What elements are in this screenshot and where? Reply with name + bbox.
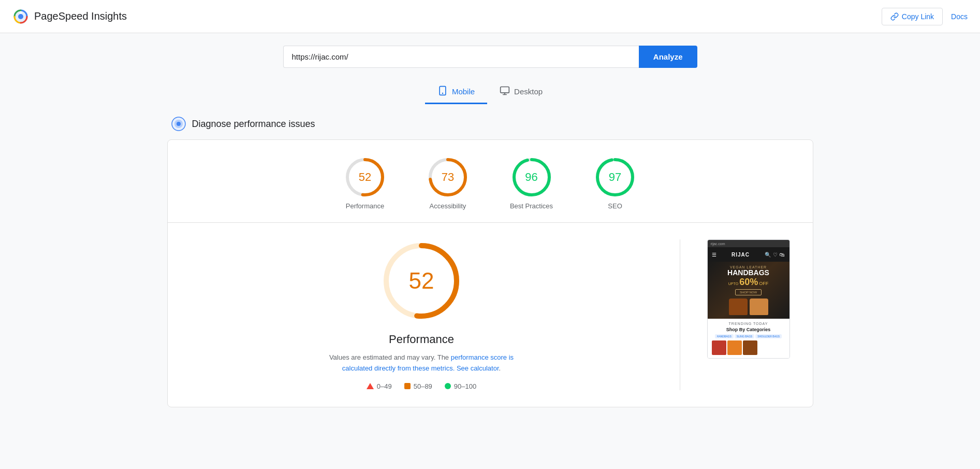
- legend-red-range: 0–49: [377, 382, 392, 390]
- desktop-icon: [500, 86, 510, 97]
- calculator-link[interactable]: See calculator: [457, 364, 499, 372]
- cart-icon: 🛍: [780, 252, 785, 258]
- screenshot-frame: rijac.com ☰ RIJAC 🔍 ♡ 🛍 VEGAN LEATHER: [707, 239, 790, 359]
- big-score-value: 52: [409, 268, 434, 293]
- results-card: 52 Performance 73 Accessibility: [167, 139, 813, 407]
- app-title: PageSpeed Insights: [34, 10, 127, 22]
- pagespeed-logo-icon: [12, 8, 29, 25]
- diagnose-icon: [171, 117, 186, 131]
- cat-handbags: HANDBAGS: [715, 334, 734, 338]
- hero-title: HANDBAGS: [727, 269, 769, 277]
- best-practices-value: 96: [525, 170, 537, 184]
- url-section: Analyze: [167, 46, 813, 68]
- product-2: [727, 340, 742, 355]
- bag-1: [729, 299, 748, 315]
- screenshot-header: ☰ RIJAC 🔍 ♡ 🛍: [708, 247, 789, 262]
- bag-2: [750, 299, 768, 315]
- header: PageSpeed Insights Copy Link Docs: [0, 0, 980, 33]
- copy-link-button[interactable]: Copy Link: [882, 8, 943, 25]
- link-icon: [890, 12, 899, 21]
- big-performance-circle: 52: [380, 239, 463, 322]
- screenshot-logo: RIJAC: [732, 252, 750, 258]
- tabs-section: Mobile Desktop: [167, 80, 813, 104]
- performance-value: 52: [359, 170, 371, 184]
- tab-desktop-label: Desktop: [514, 87, 543, 96]
- detail-left: 52 Performance Values are estimated and …: [180, 239, 663, 390]
- header-actions: Copy Link Docs: [882, 8, 968, 25]
- docs-link[interactable]: Docs: [951, 12, 968, 21]
- performance-label: Performance: [346, 202, 384, 210]
- tab-desktop[interactable]: Desktop: [487, 80, 555, 104]
- green-circle-icon: [445, 383, 451, 389]
- analyze-button[interactable]: Analyze: [639, 46, 697, 68]
- url-input[interactable]: [283, 46, 639, 68]
- screenshot-header-icons: 🔍 ♡ 🛍: [765, 252, 785, 258]
- vertical-divider: [680, 239, 680, 390]
- cat-shoulder-bags: SHOULDER BAGS: [755, 334, 782, 338]
- performance-circle: 52: [344, 157, 386, 198]
- categories-row: HANDBAGS SLING BAGS SHOULDER BAGS: [712, 334, 785, 338]
- detail-section-title: Performance: [389, 333, 454, 346]
- red-triangle-icon: [367, 383, 374, 389]
- hero-off: OFF: [759, 281, 768, 286]
- big-circle-inner: 52: [409, 268, 434, 294]
- scores-row: 52 Performance 73 Accessibility: [180, 157, 800, 210]
- tab-mobile-label: Mobile: [452, 87, 475, 96]
- logo-area: PageSpeed Insights: [12, 8, 127, 25]
- cat-sling-bags: SLING BAGS: [735, 334, 754, 338]
- mobile-icon: [437, 86, 448, 97]
- screenshot-url-bar: rijac.com: [708, 240, 789, 247]
- url-form: Analyze: [283, 46, 697, 68]
- svg-point-10: [177, 122, 181, 126]
- accessibility-value: 73: [442, 170, 454, 184]
- svg-rect-5: [501, 87, 509, 93]
- best-practices-label: Best Practices: [510, 202, 553, 210]
- hero-discount: 60%: [739, 277, 758, 288]
- hero-cta: SHOP NOW: [735, 289, 762, 295]
- score-accessibility[interactable]: 73 Accessibility: [427, 157, 469, 210]
- trending-label: TRENDING TODAY: [712, 322, 785, 325]
- bags-image: [729, 299, 768, 315]
- product-images: [712, 340, 785, 355]
- svg-point-2: [20, 11, 22, 13]
- legend-orange-range: 50–89: [414, 382, 432, 390]
- detail-description: Values are estimated and may vary. The p…: [328, 352, 515, 374]
- legend-green: 90–100: [445, 382, 476, 390]
- seo-circle: 97: [594, 157, 636, 198]
- detail-section: 52 Performance Values are estimated and …: [180, 223, 800, 407]
- seo-value: 97: [609, 170, 621, 184]
- copy-link-label: Copy Link: [902, 12, 934, 21]
- legend-red: 0–49: [367, 382, 392, 390]
- legend: 0–49 50–89 90–100: [367, 382, 476, 390]
- hero-discount-row: UPTO 60% OFF: [728, 277, 768, 288]
- hero-upto: UPTO: [728, 282, 738, 286]
- desc-pre-text: Values are estimated and may vary. The: [329, 353, 451, 361]
- accessibility-label: Accessibility: [430, 202, 466, 210]
- legend-green-range: 90–100: [454, 382, 476, 390]
- score-seo[interactable]: 97 SEO: [594, 157, 636, 210]
- legend-orange: 50–89: [404, 382, 432, 390]
- best-practices-circle: 96: [511, 157, 552, 198]
- heart-icon: ♡: [773, 252, 778, 258]
- score-performance[interactable]: 52 Performance: [344, 157, 386, 210]
- tab-mobile[interactable]: Mobile: [425, 80, 487, 104]
- main-content: Analyze Mobile Desktop: [159, 33, 822, 420]
- seo-label: SEO: [608, 202, 622, 210]
- screenshot-url-text: rijac.com: [711, 242, 725, 246]
- accessibility-circle: 73: [427, 157, 469, 198]
- search-icon: 🔍: [765, 252, 771, 258]
- screenshot-content: TRENDING TODAY Shop By Categories HANDBA…: [708, 319, 789, 358]
- shop-title: Shop By Categories: [712, 327, 785, 332]
- score-best-practices[interactable]: 96 Best Practices: [510, 157, 553, 210]
- screenshot-hero: VEGAN LEATHER HANDBAGS UPTO 60% OFF SHOP…: [708, 262, 789, 319]
- svg-point-1: [18, 14, 23, 19]
- product-3: [743, 340, 757, 355]
- detail-right: rijac.com ☰ RIJAC 🔍 ♡ 🛍 VEGAN LEATHER: [697, 239, 800, 390]
- diagnose-text: Diagnose performance issues: [192, 119, 315, 130]
- product-1: [712, 340, 726, 355]
- orange-square-icon: [404, 383, 411, 389]
- diagnose-section: Diagnose performance issues: [167, 117, 813, 131]
